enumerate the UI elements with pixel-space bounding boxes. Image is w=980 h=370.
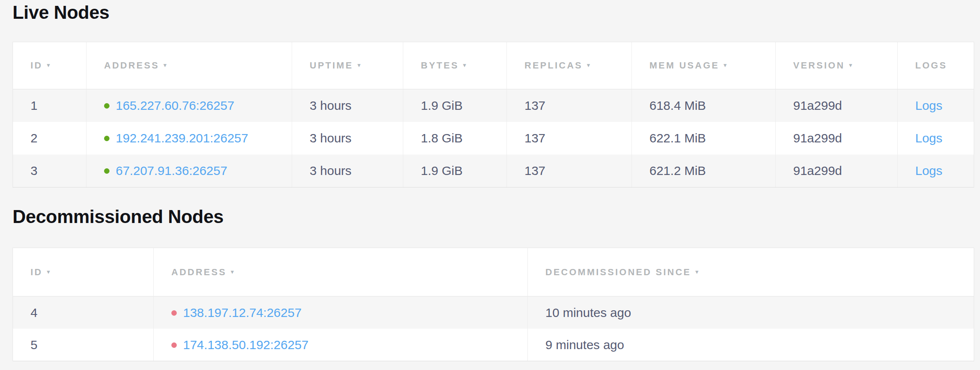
cell-logs: Logs — [897, 122, 974, 155]
column-header-label: VERSION — [793, 60, 845, 71]
live-nodes-title: Live Nodes — [13, 1, 109, 24]
table-row: 4 138.197.12.74:26257 10 minutes ago — [13, 297, 974, 329]
sort-arrow-icon: ▾ — [231, 268, 234, 275]
decommissioned-nodes-table: ID▾ ADDRESS▾ DECOMMISSIONED SINCE▾ 4 138… — [13, 248, 974, 361]
cell-decommissioned-since: 9 minutes ago — [527, 329, 974, 361]
table-row: 3 67.207.91.36:26257 3 hours 1.9 GiB 137… — [13, 155, 974, 187]
cell-node-id: 5 — [13, 329, 153, 361]
cell-replicas: 137 — [507, 155, 631, 187]
column-header-label: ADDRESS — [171, 267, 227, 277]
cell-bytes: 1.9 GiB — [403, 89, 507, 122]
table-header-row: ID▾ ADDRESS▾ UPTIME▾ BYTES▾ REPLICAS▾ ME… — [13, 42, 974, 89]
sort-arrow-icon: ▾ — [723, 61, 727, 68]
live-status-dot-icon — [104, 168, 109, 174]
sort-arrow-icon: ▾ — [463, 61, 466, 68]
cell-node-address: 174.138.50.192:26257 — [153, 329, 527, 361]
table-row: 2 192.241.239.201:26257 3 hours 1.8 GiB … — [13, 122, 974, 155]
sort-arrow-icon: ▾ — [163, 61, 167, 68]
column-header-mem-usage[interactable]: MEM USAGE▾ — [631, 42, 775, 89]
cell-bytes: 1.9 GiB — [403, 155, 507, 187]
cell-mem-usage: 621.2 MiB — [631, 155, 775, 187]
cell-replicas: 137 — [507, 122, 631, 155]
cell-uptime: 3 hours — [292, 89, 403, 122]
node-address-link[interactable]: 192.241.239.201:26257 — [116, 131, 248, 145]
table-row: 1 165.227.60.76:26257 3 hours 1.9 GiB 13… — [13, 89, 974, 122]
live-status-dot-icon — [104, 136, 109, 141]
column-header-label: UPTIME — [310, 60, 353, 71]
column-header-id[interactable]: ID▾ — [13, 42, 86, 89]
decommissioned-nodes-title: Decommissioned Nodes — [13, 205, 224, 228]
node-address-link[interactable]: 165.227.60.76:26257 — [116, 99, 234, 112]
column-header-version[interactable]: VERSION▾ — [775, 42, 897, 89]
column-header-replicas[interactable]: REPLICAS▾ — [507, 42, 631, 89]
cell-logs: Logs — [897, 89, 974, 122]
column-header-address[interactable]: ADDRESS▾ — [86, 42, 292, 89]
decommissioned-status-dot-icon — [171, 310, 177, 316]
column-header-label: DECOMMISSIONED SINCE — [545, 267, 691, 277]
live-status-dot-icon — [104, 103, 109, 109]
cell-node-address: 192.241.239.201:26257 — [86, 122, 292, 155]
sort-arrow-icon: ▾ — [357, 61, 361, 68]
nodes-page: Live Nodes ID▾ ADDRESS▾ UPTIME▾ BYTES▾ R… — [0, 0, 980, 370]
cell-node-id: 3 — [13, 155, 86, 187]
logs-link[interactable]: Logs — [915, 164, 942, 177]
table-row: 5 174.138.50.192:26257 9 minutes ago — [13, 329, 974, 361]
cell-version: 91a299d — [775, 89, 897, 122]
logs-link[interactable]: Logs — [915, 131, 942, 145]
cell-mem-usage: 618.4 MiB — [631, 89, 775, 122]
column-header-label: MEM USAGE — [649, 60, 719, 71]
column-header-id[interactable]: ID▾ — [13, 248, 153, 297]
cell-node-id: 4 — [13, 297, 153, 329]
cell-node-id: 1 — [13, 89, 86, 122]
node-address-link[interactable]: 67.207.91.36:26257 — [116, 164, 227, 177]
column-header-bytes[interactable]: BYTES▾ — [403, 42, 507, 89]
column-header-label: ADDRESS — [104, 60, 159, 71]
sort-arrow-icon: ▾ — [47, 268, 50, 275]
live-nodes-table: ID▾ ADDRESS▾ UPTIME▾ BYTES▾ REPLICAS▾ ME… — [13, 42, 974, 188]
cell-node-address: 165.227.60.76:26257 — [86, 89, 292, 122]
sort-arrow-icon: ▾ — [849, 61, 853, 68]
cell-version: 91a299d — [775, 122, 897, 155]
column-header-label: ID — [31, 267, 43, 277]
cell-mem-usage: 622.1 MiB — [631, 122, 775, 155]
column-header-label: REPLICAS — [524, 60, 583, 71]
logs-link[interactable]: Logs — [915, 99, 942, 112]
cell-decommissioned-since: 10 minutes ago — [527, 297, 974, 329]
sort-arrow-icon: ▾ — [587, 61, 590, 68]
cell-logs: Logs — [897, 155, 974, 187]
cell-node-id: 2 — [13, 122, 86, 155]
cell-uptime: 3 hours — [292, 155, 403, 187]
column-header-label: LOGS — [915, 60, 947, 71]
sort-arrow-icon: ▾ — [47, 61, 50, 68]
column-header-uptime[interactable]: UPTIME▾ — [292, 42, 403, 89]
sort-arrow-icon: ▾ — [695, 268, 699, 275]
cell-node-address: 138.197.12.74:26257 — [153, 297, 527, 329]
column-header-label: BYTES — [421, 60, 459, 71]
cell-uptime: 3 hours — [292, 122, 403, 155]
cell-node-address: 67.207.91.36:26257 — [86, 155, 292, 187]
column-header-label: ID — [31, 60, 43, 71]
column-header-decommissioned-since[interactable]: DECOMMISSIONED SINCE▾ — [527, 248, 974, 297]
decommissioned-status-dot-icon — [171, 342, 177, 348]
node-address-link[interactable]: 174.138.50.192:26257 — [183, 338, 308, 352]
table-header-row: ID▾ ADDRESS▾ DECOMMISSIONED SINCE▾ — [13, 248, 974, 297]
column-header-logs: LOGS — [897, 42, 974, 89]
node-address-link[interactable]: 138.197.12.74:26257 — [183, 306, 302, 319]
cell-bytes: 1.8 GiB — [403, 122, 507, 155]
cell-version: 91a299d — [775, 155, 897, 187]
column-header-address[interactable]: ADDRESS▾ — [153, 248, 527, 297]
cell-replicas: 137 — [507, 89, 631, 122]
